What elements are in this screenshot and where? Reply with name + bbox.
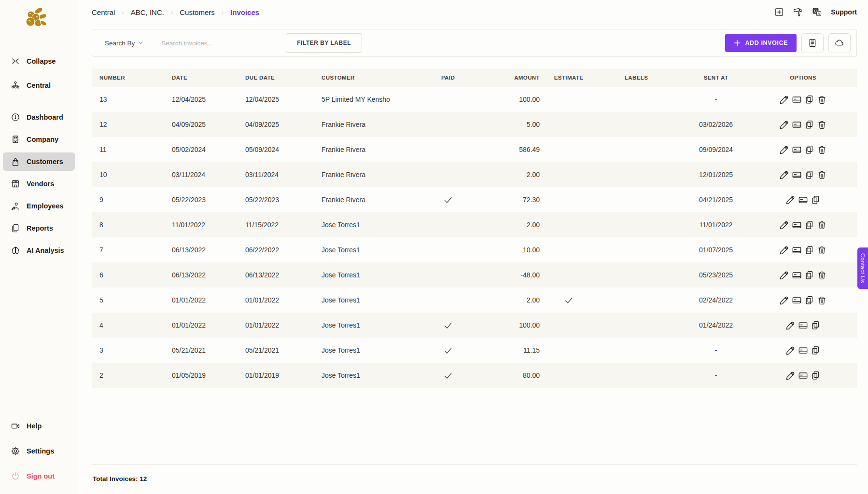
column-header-amount: AMOUNT <box>472 75 540 81</box>
breadcrumb-invoices[interactable]: Invoices <box>230 8 259 16</box>
delete-invoice-button[interactable] <box>816 295 827 306</box>
table-row[interactable]: 7 06/13/2022 06/22/2022 Jose Torres1 10.… <box>92 237 857 262</box>
sidebar-item-employees[interactable]: Employees <box>3 197 75 215</box>
edit-invoice-button[interactable] <box>779 169 790 180</box>
collapse-button[interactable]: Collapse <box>3 52 75 70</box>
search-input[interactable] <box>161 40 277 47</box>
table-row[interactable]: 12 04/09/2025 04/09/2025 Frankie Rivera … <box>92 112 857 137</box>
edit-invoice-button[interactable] <box>779 144 790 155</box>
delete-invoice-button[interactable] <box>816 119 827 130</box>
payment-card-button[interactable] <box>791 270 802 281</box>
edit-invoice-button[interactable] <box>785 370 796 381</box>
report-view-button[interactable] <box>801 33 824 53</box>
payment-card-button[interactable] <box>798 345 809 356</box>
person-icon <box>11 201 20 211</box>
payment-card-button[interactable] <box>791 220 802 231</box>
payment-card-button[interactable] <box>791 144 802 155</box>
edit-invoice-button[interactable] <box>785 345 796 356</box>
invoice-customer-cell: Frankie Rivera <box>322 146 424 153</box>
sidebar-item-vendors[interactable]: Vendors <box>3 175 75 193</box>
cloud-sync-button[interactable] <box>828 33 851 53</box>
invoice-estimate-cell <box>540 271 598 279</box>
sign-out-label: Sign out <box>27 472 55 480</box>
sidebar-item-central[interactable]: Central <box>3 76 75 95</box>
edit-invoice-button[interactable] <box>779 245 790 256</box>
invoice-amount-cell: -48.00 <box>472 271 540 279</box>
duplicate-invoice-button[interactable] <box>804 144 815 155</box>
video-camera-icon <box>11 421 20 431</box>
delete-invoice-button[interactable] <box>816 94 827 105</box>
sidebar-item-company[interactable]: Company <box>3 130 75 149</box>
sidebar-item-help[interactable]: Help <box>3 417 75 435</box>
payment-card-button[interactable] <box>798 194 809 206</box>
edit-invoice-button[interactable] <box>785 320 796 331</box>
add-widget-button[interactable] <box>774 7 784 17</box>
contact-us-tab[interactable]: Contact Us <box>857 247 868 289</box>
table-row[interactable]: 11 05/02/2024 05/09/2024 Frankie Rivera … <box>92 137 857 162</box>
invoice-number-cell: 5 <box>99 296 172 304</box>
duplicate-invoice-button[interactable] <box>810 345 821 356</box>
translate-icon: G A <box>812 7 822 17</box>
table-row[interactable]: 9 05/22/2023 05/22/2023 Frankie Rivera 7… <box>92 187 857 212</box>
duplicate-invoice-button[interactable] <box>804 94 815 105</box>
delete-invoice-button[interactable] <box>816 144 827 155</box>
breadcrumb-central[interactable]: Central <box>92 8 115 16</box>
sidebar-item-dashboard[interactable]: Dashboard <box>3 108 75 126</box>
search-by-dropdown[interactable]: Search By <box>105 40 143 47</box>
trash-icon <box>817 145 827 155</box>
payment-card-button[interactable] <box>791 295 802 306</box>
payment-card-button[interactable] <box>791 119 802 130</box>
table-row[interactable]: 8 11/01/2022 11/15/2022 Jose Torres1 2.0… <box>92 212 857 237</box>
delete-invoice-button[interactable] <box>816 169 827 180</box>
edit-invoice-button[interactable] <box>779 270 790 281</box>
sidebar-item-reports[interactable]: Reports <box>3 219 75 237</box>
table-row[interactable]: 3 05/21/2021 05/21/2021 Jose Torres1 11.… <box>92 338 857 363</box>
table-row[interactable]: 13 12/04/2025 12/04/2025 5P Limited MY K… <box>92 87 857 112</box>
sidebar-item-settings[interactable]: Settings <box>3 442 75 460</box>
app-window: Collapse Central Dashboard <box>0 0 868 494</box>
edit-invoice-button[interactable] <box>779 119 790 130</box>
delete-invoice-button[interactable] <box>816 220 827 231</box>
add-invoice-button[interactable]: ADD INVOICE <box>725 34 797 52</box>
support-link[interactable]: Support <box>831 8 857 16</box>
duplicate-invoice-button[interactable] <box>804 169 815 180</box>
edit-invoice-button[interactable] <box>779 295 790 306</box>
theme-button[interactable] <box>793 7 803 17</box>
filter-by-label-button[interactable]: FILTER BY LABEL <box>286 33 362 53</box>
sign-out-button[interactable]: Sign out <box>3 467 75 485</box>
table-row[interactable]: 4 01/01/2022 01/01/2022 Jose Torres1 100… <box>92 313 857 338</box>
invoice-number-cell: 3 <box>99 346 172 354</box>
edit-invoice-button[interactable] <box>779 220 790 231</box>
duplicate-invoice-button[interactable] <box>804 295 815 306</box>
duplicate-invoice-button[interactable] <box>810 370 821 381</box>
duplicate-invoice-button[interactable] <box>804 245 815 256</box>
payment-card-button[interactable] <box>791 245 802 256</box>
breadcrumb-customers[interactable]: Customers <box>180 8 215 16</box>
sidebar-item-customers[interactable]: Customers <box>3 152 75 171</box>
payment-card-button[interactable] <box>791 169 802 180</box>
breadcrumb-company[interactable]: ABC, INC. <box>131 8 164 16</box>
trash-icon <box>817 120 827 130</box>
duplicate-invoice-button[interactable] <box>810 194 821 206</box>
paid-check-icon <box>443 372 453 380</box>
payment-card-button[interactable] <box>791 94 802 105</box>
payment-card-button[interactable] <box>798 370 809 381</box>
table-row[interactable]: 10 03/11/2024 03/11/2024 Frankie Rivera … <box>92 162 857 187</box>
table-row[interactable]: 2 01/05/2019 01/01/2019 Jose Torres1 80.… <box>92 363 857 388</box>
duplicate-invoice-button[interactable] <box>810 320 821 331</box>
sidebar-item-ai-analysis[interactable]: AI Analysis <box>3 241 75 260</box>
duplicate-invoice-button[interactable] <box>804 270 815 281</box>
delete-invoice-button[interactable] <box>816 270 827 281</box>
duplicate-invoice-button[interactable] <box>804 220 815 231</box>
table-row[interactable]: 5 01/01/2022 01/01/2022 Jose Torres1 2.0… <box>92 288 857 313</box>
duplicate-invoice-button[interactable] <box>804 119 815 130</box>
payment-card-button[interactable] <box>798 320 809 331</box>
edit-invoice-button[interactable] <box>785 194 796 206</box>
table-row[interactable]: 6 06/13/2022 06/13/2022 Jose Torres1 -48… <box>92 262 857 288</box>
column-header-estimate: ESTIMATE <box>540 75 598 81</box>
translate-button[interactable]: G A <box>812 7 822 17</box>
credit-card-icon <box>798 345 808 356</box>
storefront-icon <box>11 179 20 189</box>
delete-invoice-button[interactable] <box>816 245 827 256</box>
edit-invoice-button[interactable] <box>779 94 790 105</box>
